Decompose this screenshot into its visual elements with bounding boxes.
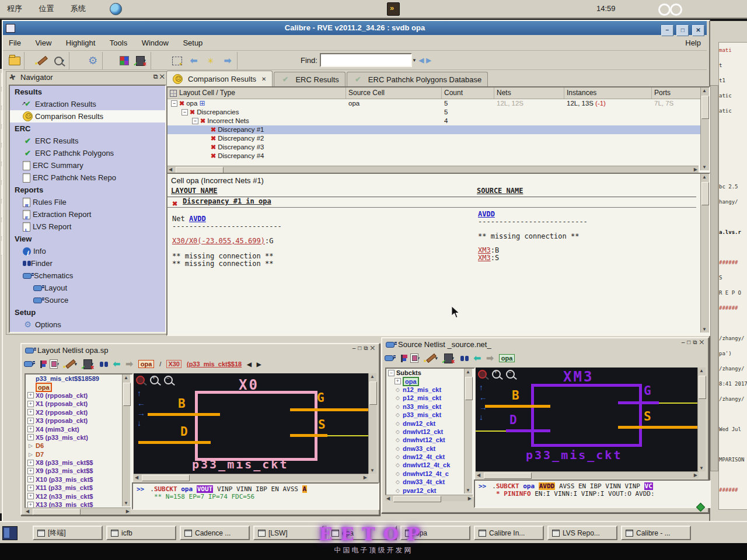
zoom-out-icon[interactable]: − bbox=[164, 376, 173, 384]
undock-icon[interactable]: ⧉ bbox=[153, 73, 160, 80]
panel-app-icon[interactable] bbox=[387, 2, 400, 16]
instance-link[interactable]: XM3 bbox=[478, 254, 491, 262]
zoom-search-icon[interactable]: ▼ bbox=[53, 54, 66, 67]
taskbar-button[interactable]: opa bbox=[327, 526, 397, 540]
tree-item[interactable]: dnwlvt12_4t_ck bbox=[386, 461, 474, 469]
tree-item[interactable]: p33_mis_ckt$$18589 bbox=[26, 374, 132, 383]
close-icon[interactable]: ✕ bbox=[370, 345, 377, 351]
tree-item[interactable]: dnwhvt12_4t_c bbox=[386, 470, 474, 478]
find-next-icon[interactable]: ▶ bbox=[426, 57, 431, 64]
pan-arrows[interactable]: ↑←→↓ bbox=[479, 384, 487, 421]
column-count[interactable]: Count bbox=[442, 88, 494, 99]
navigator-item[interactable]: ERC Pathchk Nets Repo bbox=[10, 172, 165, 184]
flag-icon[interactable]: ▼ bbox=[40, 358, 44, 370]
navigator-item[interactable]: Rules File bbox=[10, 196, 165, 208]
next-arrow-icon[interactable]: ➡ bbox=[221, 54, 234, 67]
flag-icon[interactable]: ▼ bbox=[401, 352, 405, 365]
tree-item[interactable]: D7 bbox=[26, 450, 132, 459]
navigator-item[interactable]: LVS Report bbox=[10, 220, 165, 233]
navigator-item[interactable]: Schematics bbox=[10, 270, 165, 282]
tree-vscrollbar[interactable] bbox=[464, 369, 472, 494]
tree-item[interactable]: opa bbox=[386, 377, 474, 385]
tree-item[interactable]: X9 (p33_mis_ckt$$ bbox=[26, 467, 132, 475]
report-scrollbar[interactable] bbox=[710, 85, 718, 471]
schematic-hscrollbar[interactable] bbox=[476, 471, 699, 478]
menu-setup[interactable]: Setup bbox=[177, 36, 208, 47]
tree-item[interactable]: X1 (rpposab_ckt) bbox=[26, 400, 132, 408]
workspace-switcher[interactable] bbox=[2, 526, 18, 540]
schematic-vscrollbar[interactable] bbox=[368, 373, 376, 474]
close-icon[interactable]: ✕ bbox=[699, 339, 706, 345]
instance-link[interactable]: X30/X0 bbox=[172, 237, 197, 245]
back-arrow-icon[interactable]: ⬅ bbox=[113, 359, 121, 369]
tree-item[interactable]: pvar12_ckt bbox=[386, 486, 474, 494]
navigator-item[interactable]: ERC Results bbox=[10, 135, 165, 147]
zoom-select-icon[interactable] bbox=[478, 370, 487, 379]
select-region-icon[interactable] bbox=[170, 54, 183, 67]
navigator-item[interactable]: View bbox=[10, 233, 165, 245]
tree-item[interactable]: X8 (p33_mis_ckt$$ bbox=[26, 459, 132, 467]
menu-highlight[interactable]: Highlight bbox=[60, 36, 102, 47]
tree-item[interactable]: p33_mis_ckt bbox=[386, 411, 474, 419]
options-gear-icon[interactable]: ⚙ bbox=[86, 54, 99, 67]
tree-item[interactable]: dnwhvt12_ckt bbox=[386, 436, 474, 444]
crumb-prev-icon[interactable]: ◀ bbox=[247, 361, 252, 368]
navigator-item[interactable]: Setup bbox=[10, 306, 165, 318]
source-netlist-titlebar[interactable]: Source Netlist _source.net_ bbox=[386, 340, 491, 349]
expander-icon[interactable] bbox=[171, 100, 177, 107]
minimize-icon[interactable]: – bbox=[352, 345, 358, 351]
table-row[interactable]: Discrepancy #4 bbox=[167, 152, 709, 160]
instance-link[interactable]: XM3 bbox=[478, 246, 491, 254]
tree-item[interactable]: dnw33_4t_ckt bbox=[386, 478, 474, 486]
tree-item[interactable]: p12_mis_ckt bbox=[386, 394, 474, 402]
menu-applications[interactable]: 程序 bbox=[0, 0, 29, 14]
prev-arrow-icon[interactable]: ⬅ bbox=[187, 54, 200, 67]
column-layout-cell[interactable]: Layout Cell / Type bbox=[167, 88, 346, 99]
chip-icon[interactable]: ▼ bbox=[444, 352, 455, 365]
tree-vscrollbar[interactable] bbox=[122, 374, 130, 506]
navigator-item[interactable]: ERC Pathchk Polygons bbox=[10, 147, 165, 159]
source-schematic-view[interactable]: + − ↑←→↓ XM3 p33_mis_ckt B D G S bbox=[476, 368, 699, 471]
binoculars-icon[interactable] bbox=[100, 358, 108, 370]
navigator-item[interactable]: Layout bbox=[10, 282, 165, 294]
table-row[interactable]: Discrepancy #3 bbox=[167, 143, 709, 152]
tree-hscrollbar[interactable] bbox=[25, 508, 131, 514]
navigator-item[interactable]: ERC bbox=[10, 123, 165, 135]
column-instances[interactable]: Instances bbox=[564, 88, 652, 99]
open-folder-icon[interactable] bbox=[8, 54, 21, 67]
navigator-item[interactable]: Finder bbox=[10, 257, 165, 270]
navigator-item[interactable]: Results bbox=[10, 86, 165, 98]
device-check-icon[interactable]: ▼ bbox=[135, 54, 148, 67]
find-prev-icon[interactable]: ◀ bbox=[419, 57, 424, 64]
discrepancy-title[interactable]: Discrepancy #1 in opa bbox=[183, 197, 271, 205]
find-input[interactable] bbox=[320, 53, 412, 67]
table-row[interactable]: Discrepancies 5 bbox=[167, 108, 709, 117]
close-icon[interactable]: ✕ bbox=[160, 73, 166, 80]
maximize-icon[interactable]: □ bbox=[358, 345, 364, 351]
collapse-icon[interactable] bbox=[388, 370, 395, 376]
chip-icon[interactable]: ▼ bbox=[83, 358, 95, 370]
doc-icon[interactable]: ▼ bbox=[50, 358, 60, 370]
layout-netlist-titlebar[interactable]: Layout Netlist opa.sp bbox=[25, 346, 108, 355]
tree-item[interactable]: dnwlvt12_ckt bbox=[386, 428, 474, 436]
tree-item[interactable]: X0 (rpposab_ckt) bbox=[26, 391, 132, 400]
menu-tools[interactable]: Tools bbox=[104, 36, 133, 47]
tree-item[interactable]: X12 (n33_mis_ckt$ bbox=[26, 492, 132, 500]
tree-item[interactable]: dnw12_4t_ckt bbox=[386, 453, 474, 461]
tab[interactable]: ERC Results bbox=[274, 72, 345, 86]
navigator-item[interactable]: Extraction Results bbox=[10, 98, 165, 110]
taskbar-button[interactable]: Cadence ... bbox=[180, 526, 250, 540]
menu-places[interactable]: 位置 bbox=[32, 0, 61, 14]
taskbar-button[interactable]: [LSW] bbox=[253, 526, 323, 540]
breadcrumb-type[interactable]: (p33_mis_ckt$$18 bbox=[187, 360, 242, 368]
tree-item[interactable]: X10 (p33_mis_ckt$ bbox=[26, 475, 132, 484]
breadcrumb-cell[interactable]: opa bbox=[138, 360, 155, 368]
navigator-item[interactable]: Source bbox=[10, 294, 165, 306]
tree-item[interactable]: n33_mis_ckt bbox=[386, 402, 474, 411]
tree-root[interactable]: Subckts bbox=[386, 369, 474, 377]
maximize-icon[interactable]: □ bbox=[687, 339, 693, 345]
palette-icon[interactable] bbox=[118, 54, 131, 67]
breadcrumb-instance[interactable]: X30 bbox=[166, 360, 181, 368]
clock[interactable]: 14:59 bbox=[596, 4, 616, 13]
taskbar-button[interactable]: LVS Repo... bbox=[547, 526, 617, 540]
